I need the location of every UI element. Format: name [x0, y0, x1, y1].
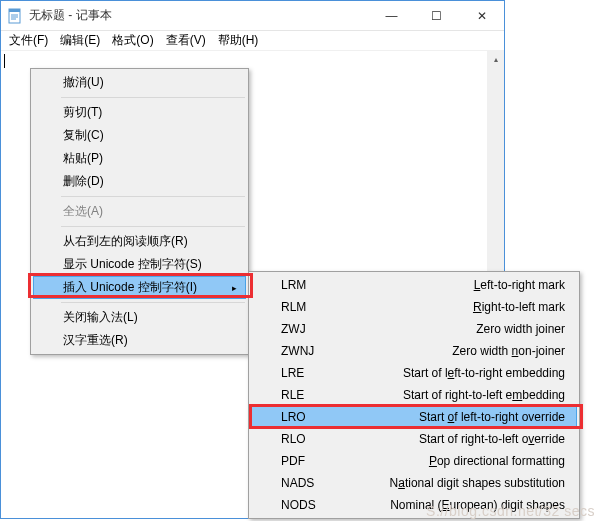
unicode-submenu: LRMLeft-to-right markRLMRight-to-left ma…: [248, 271, 580, 519]
menu-separator: [61, 196, 245, 197]
close-button[interactable]: ✕: [459, 1, 504, 30]
context-menu-item[interactable]: 关闭输入法(L): [33, 306, 246, 329]
unicode-description: Start of right-to-left override: [333, 432, 565, 446]
unicode-code: LRM: [281, 278, 333, 292]
context-menu-item[interactable]: 剪切(T): [33, 101, 246, 124]
unicode-code: ZWJ: [281, 322, 333, 336]
menu-item-label: 全选(A): [63, 203, 103, 220]
unicode-description: Pop directional formatting: [333, 454, 565, 468]
submenu-item[interactable]: NADSNational digit shapes substitution: [251, 472, 577, 494]
menubar: 文件(F) 编辑(E) 格式(O) 查看(V) 帮助(H): [1, 31, 504, 51]
menu-format[interactable]: 格式(O): [106, 30, 159, 51]
svg-rect-1: [9, 9, 20, 12]
window-title: 无标题 - 记事本: [29, 7, 369, 24]
unicode-code: PDF: [281, 454, 333, 468]
context-menu-item[interactable]: 显示 Unicode 控制字符(S): [33, 253, 246, 276]
context-menu-item[interactable]: 复制(C): [33, 124, 246, 147]
maximize-button[interactable]: ☐: [414, 1, 459, 30]
menu-item-label: 删除(D): [63, 173, 104, 190]
menu-file[interactable]: 文件(F): [3, 30, 54, 51]
menu-edit[interactable]: 编辑(E): [54, 30, 106, 51]
menu-item-label: 剪切(T): [63, 104, 102, 121]
text-caret: [4, 54, 5, 68]
context-menu-item[interactable]: 撤消(U): [33, 71, 246, 94]
notepad-icon: [7, 8, 23, 24]
scroll-up-icon[interactable]: ▴: [487, 51, 504, 68]
unicode-description: National digit shapes substitution: [333, 476, 565, 490]
unicode-code: LRO: [281, 410, 333, 424]
titlebar: 无标题 - 记事本 — ☐ ✕: [1, 1, 504, 31]
context-menu-item: 全选(A): [33, 200, 246, 223]
window-controls: — ☐ ✕: [369, 1, 504, 30]
unicode-description: Right-to-left mark: [333, 300, 565, 314]
unicode-code: NADS: [281, 476, 333, 490]
unicode-code: LRE: [281, 366, 333, 380]
menu-item-label: 撤消(U): [63, 74, 104, 91]
unicode-description: Start of left-to-right embedding: [333, 366, 565, 380]
unicode-description: Zero width joiner: [333, 322, 565, 336]
menu-item-label: 复制(C): [63, 127, 104, 144]
menu-separator: [61, 226, 245, 227]
submenu-item[interactable]: RLMRight-to-left mark: [251, 296, 577, 318]
unicode-code: RLE: [281, 388, 333, 402]
menu-item-label: 关闭输入法(L): [63, 309, 138, 326]
submenu-item[interactable]: ZWJZero width joiner: [251, 318, 577, 340]
submenu-item[interactable]: ZWNJZero width non-joiner: [251, 340, 577, 362]
menu-item-label: 插入 Unicode 控制字符(I): [63, 279, 197, 296]
menu-view[interactable]: 查看(V): [160, 30, 212, 51]
menu-help[interactable]: 帮助(H): [212, 30, 265, 51]
unicode-code: NODS: [281, 498, 333, 512]
submenu-item[interactable]: LREStart of left-to-right embedding: [251, 362, 577, 384]
context-menu-item[interactable]: 粘贴(P): [33, 147, 246, 170]
context-menu: 撤消(U)剪切(T)复制(C)粘贴(P)删除(D)全选(A)从右到左的阅读顺序(…: [30, 68, 249, 355]
submenu-arrow-icon: ▸: [232, 283, 237, 293]
submenu-item[interactable]: LRMLeft-to-right mark: [251, 274, 577, 296]
watermark: S://blog.csdn.net/32 secs: [426, 503, 595, 519]
menu-separator: [61, 302, 245, 303]
unicode-description: Left-to-right mark: [333, 278, 565, 292]
menu-separator: [61, 97, 245, 98]
submenu-item[interactable]: PDFPop directional formatting: [251, 450, 577, 472]
unicode-code: RLO: [281, 432, 333, 446]
context-menu-item[interactable]: 从右到左的阅读顺序(R): [33, 230, 246, 253]
unicode-description: Zero width non-joiner: [333, 344, 565, 358]
unicode-description: Start of left-to-right override: [333, 410, 565, 424]
menu-item-label: 从右到左的阅读顺序(R): [63, 233, 188, 250]
menu-item-label: 粘贴(P): [63, 150, 103, 167]
unicode-code: ZWNJ: [281, 344, 333, 358]
submenu-item[interactable]: RLOStart of right-to-left override: [251, 428, 577, 450]
submenu-item[interactable]: RLEStart of right-to-left embedding: [251, 384, 577, 406]
submenu-item[interactable]: LROStart of left-to-right override: [251, 406, 577, 428]
menu-item-label: 显示 Unicode 控制字符(S): [63, 256, 202, 273]
context-menu-item[interactable]: 汉字重选(R): [33, 329, 246, 352]
unicode-code: RLM: [281, 300, 333, 314]
context-menu-item[interactable]: 删除(D): [33, 170, 246, 193]
unicode-description: Start of right-to-left embedding: [333, 388, 565, 402]
minimize-button[interactable]: —: [369, 1, 414, 30]
menu-item-label: 汉字重选(R): [63, 332, 128, 349]
context-menu-item[interactable]: 插入 Unicode 控制字符(I)▸: [33, 276, 246, 299]
